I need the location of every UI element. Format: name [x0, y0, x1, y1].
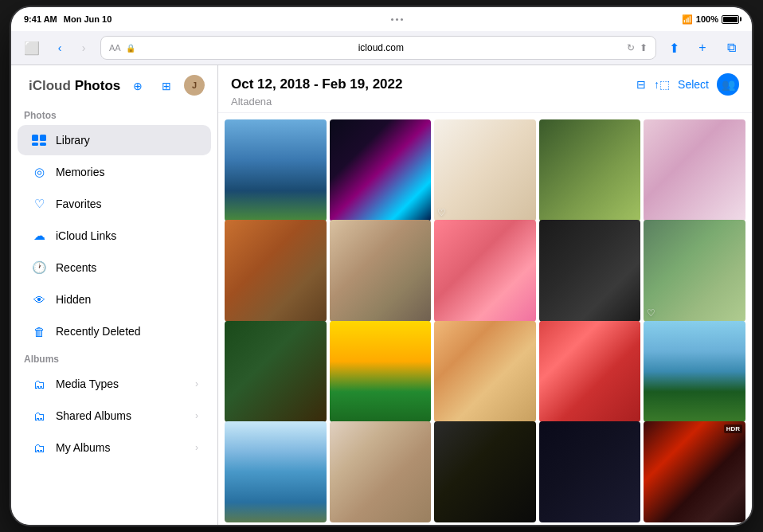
sidebar-header: iCloud Photos ⊕ ⊞ J — [11, 65, 217, 104]
time: 9:41 AM — [24, 14, 57, 24]
browser-chrome: ⬜ ‹ › AA 🔒 icloud.com ↻ ⬆ ⬆ + ⧉ — [11, 31, 752, 65]
photo-cell[interactable] — [330, 119, 432, 221]
sidebar-item-hidden[interactable]: 👁 Hidden — [18, 284, 211, 315]
photo-cell[interactable] — [434, 220, 536, 322]
status-bar: 9:41 AM Mon Jun 10 📶 100% — [11, 7, 752, 31]
sidebar-item-recents[interactable]: 🕐 Recents — [18, 252, 211, 283]
share-icon[interactable]: ⬆ — [640, 42, 648, 53]
select-button[interactable]: Select — [678, 78, 709, 91]
photo-cell[interactable] — [330, 220, 432, 322]
hidden-label: Hidden — [56, 293, 91, 306]
app-title: iCloud Photos — [29, 78, 120, 94]
app-title-icloud: iCloud — [29, 78, 71, 93]
albums-section-label: Albums — [11, 347, 217, 368]
svg-rect-0 — [32, 135, 38, 141]
reload-icon[interactable]: ↻ — [627, 42, 635, 53]
sidebar-item-shared-albums[interactable]: 🗂 Shared Albums › — [18, 401, 211, 431]
icloud-links-icon: ☁ — [30, 227, 48, 244]
app-title-photos: Photos — [75, 78, 121, 93]
shared-albums-chevron: › — [195, 410, 198, 421]
address-bar[interactable]: AA 🔒 icloud.com ↻ ⬆ — [100, 36, 656, 60]
location-name: Altadena — [231, 96, 739, 108]
forward-button[interactable]: › — [73, 37, 94, 58]
media-types-chevron: › — [195, 378, 198, 389]
memories-icon: ◎ — [30, 163, 48, 181]
people-button[interactable]: 👥 — [717, 73, 739, 96]
sidebar: iCloud Photos ⊕ ⊞ J Photos — [11, 65, 218, 525]
photo-cell[interactable] — [434, 421, 536, 523]
svg-rect-1 — [40, 135, 46, 141]
content-header-top: Oct 12, 2018 - Feb 19, 2022 ⊟ ↑⬚ Select … — [231, 73, 739, 96]
browser-actions: ⬆ + ⧉ — [663, 37, 742, 59]
sidebar-item-media-types[interactable]: 🗂 Media Types › — [18, 369, 211, 399]
favorites-label: Favorites — [56, 198, 102, 210]
icloud-links-label: iCloud Links — [56, 229, 116, 242]
photo-cell[interactable] — [225, 220, 327, 322]
recents-label: Recents — [56, 261, 96, 274]
svg-rect-2 — [32, 143, 38, 146]
upload-button[interactable]: ↑⬚ — [654, 78, 670, 91]
my-albums-chevron: › — [195, 442, 198, 453]
favorites-icon: ♡ — [30, 195, 48, 213]
sidebar-item-recently-deleted[interactable]: 🗑 Recently Deleted — [18, 316, 211, 346]
photo-cell[interactable] — [539, 119, 641, 221]
sidebar-item-my-albums[interactable]: 🗂 My Albums › — [18, 432, 211, 463]
photos-section-label: Photos — [11, 104, 217, 124]
photo-cell[interactable]: ♡ — [644, 220, 745, 322]
lock-icon: 🔒 — [126, 44, 135, 53]
photo-cell[interactable] — [330, 421, 432, 523]
photo-heart-icon: ♡ — [647, 307, 655, 319]
photo-heart-icon: ♡ — [437, 207, 446, 218]
battery-percent: 100% — [696, 14, 718, 24]
hidden-icon: 👁 — [30, 291, 48, 308]
header-actions: ⊟ ↑⬚ Select 👥 — [636, 73, 739, 96]
svg-rect-3 — [40, 143, 46, 146]
status-bar-center — [391, 18, 403, 21]
photo-cell[interactable] — [434, 321, 536, 423]
my-albums-label: My Albums — [56, 441, 110, 454]
my-albums-icon: 🗂 — [30, 439, 48, 456]
tabs-button[interactable]: ⧉ — [720, 37, 742, 59]
recents-icon: 🕐 — [30, 259, 48, 276]
sidebar-item-memories[interactable]: ◎ Memories — [18, 157, 211, 187]
photo-cell[interactable] — [539, 220, 641, 322]
photo-cell[interactable] — [539, 321, 641, 423]
sidebar-item-icloud-links[interactable]: ☁ iCloud Links — [18, 221, 211, 251]
photo-cell[interactable] — [225, 421, 327, 523]
date-range: Oct 12, 2018 - Feb 19, 2022 — [231, 76, 402, 92]
sidebar-item-library[interactable]: Library — [18, 125, 211, 155]
back-button[interactable]: ‹ — [49, 37, 70, 58]
shared-albums-icon: 🗂 — [30, 407, 48, 424]
sidebar-toggle-button[interactable]: ⬜ — [21, 39, 43, 57]
ipad-screen: 9:41 AM Mon Jun 10 📶 100% ⬜ ‹ › AA — [11, 7, 752, 525]
view-toggle-button[interactable]: ⊟ — [636, 78, 646, 91]
media-types-label: Media Types — [56, 377, 119, 390]
app-area: iCloud Photos ⊕ ⊞ J Photos — [11, 65, 752, 525]
memories-label: Memories — [56, 166, 104, 178]
photo-cell[interactable] — [225, 119, 327, 221]
sidebar-item-favorites[interactable]: ♡ Favorites — [18, 189, 211, 219]
shared-albums-label: Shared Albums — [56, 409, 131, 422]
recently-deleted-icon: 🗑 — [30, 323, 48, 340]
content-header: Oct 12, 2018 - Feb 19, 2022 ⊟ ↑⬚ Select … — [218, 65, 752, 113]
photo-cell[interactable]: HDR — [644, 421, 745, 523]
photo-cell[interactable] — [539, 421, 641, 523]
photo-cell[interactable] — [330, 321, 432, 423]
photo-cell[interactable] — [644, 119, 745, 221]
url-text: icloud.com — [140, 42, 622, 53]
wifi-icon: 📶 — [682, 14, 693, 25]
photo-cell[interactable] — [644, 321, 745, 423]
date: Mon Jun 10 — [64, 14, 112, 24]
ipad-frame: 9:41 AM Mon Jun 10 📶 100% ⬜ ‹ › AA — [11, 7, 752, 525]
add-person-button[interactable]: ⊕ — [127, 75, 149, 97]
grid-button[interactable]: ⊞ — [155, 75, 178, 97]
share-button[interactable]: ⬆ — [663, 37, 685, 59]
photo-grid: ♡ — [218, 113, 752, 525]
add-tab-button[interactable]: + — [691, 37, 714, 59]
media-types-icon: 🗂 — [30, 375, 48, 393]
photo-cell[interactable] — [225, 321, 327, 423]
photo-cell[interactable]: ♡ — [434, 119, 536, 221]
sidebar-actions: ⊕ ⊞ J — [127, 75, 205, 97]
recently-deleted-label: Recently Deleted — [56, 325, 141, 338]
profile-button[interactable]: J — [184, 75, 205, 96]
